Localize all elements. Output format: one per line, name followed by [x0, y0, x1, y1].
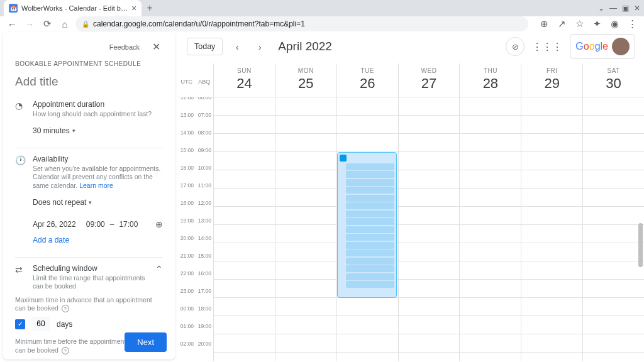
time-label: 17:00	[178, 182, 196, 200]
lock-icon: 🔒	[82, 21, 89, 28]
reload-icon[interactable]: ⟳	[40, 17, 54, 31]
time-label: 11:00	[196, 182, 213, 200]
time-label: 19:00	[196, 323, 213, 341]
day-header[interactable]: MON25	[275, 63, 336, 97]
back-icon[interactable]: ←	[5, 17, 19, 31]
appointment-block[interactable]	[337, 152, 397, 298]
time-label: 00:00	[178, 305, 196, 323]
time-label: 08:00	[196, 129, 213, 147]
next-button[interactable]: Next	[125, 332, 167, 352]
menu-icon[interactable]: ⋮	[625, 17, 639, 31]
day-header[interactable]: WED27	[398, 63, 460, 97]
new-tab-button[interactable]: +	[142, 0, 158, 16]
day-header[interactable]: THU28	[459, 63, 521, 97]
star-icon[interactable]: ☆	[572, 17, 586, 31]
time-label: 14:00	[178, 129, 196, 147]
repeat-dropdown[interactable]: Does not repeat ▾	[33, 195, 92, 209]
time-label: 18:00	[178, 200, 196, 217]
share-icon[interactable]: ↗	[555, 17, 569, 31]
scrollbar[interactable]	[638, 223, 643, 267]
close-tab-icon[interactable]: ×	[131, 3, 136, 13]
day-column[interactable]	[582, 97, 644, 361]
calendar-favicon: 📅	[9, 4, 18, 13]
close-window-icon[interactable]: ✕	[634, 4, 640, 13]
time-label: 12:00	[178, 97, 196, 112]
title-input[interactable]	[15, 75, 163, 91]
browser-tab[interactable]: 📅 WolberWorks - Calendar - Edit b… ×	[4, 0, 142, 16]
tz-utc: UTC	[181, 79, 193, 97]
day-header[interactable]: SUN24	[213, 63, 275, 97]
maximize-icon[interactable]: ▣	[622, 4, 629, 13]
extensions-icon[interactable]: ✦	[590, 17, 604, 31]
day-column[interactable]	[398, 97, 460, 361]
day-header[interactable]: SAT30	[582, 63, 644, 97]
scheduling-title: Scheduling window	[33, 264, 149, 273]
time-label: 10:00	[196, 165, 213, 182]
date-field[interactable]: Apr 26, 2022	[33, 220, 76, 229]
forward-icon[interactable]: →	[23, 17, 36, 31]
duration-dropdown[interactable]: 30 minutes ▾	[33, 124, 75, 138]
end-time-field[interactable]: 17:00	[119, 220, 138, 229]
clock-icon: 🕐	[15, 155, 26, 253]
today-button[interactable]: Today	[187, 38, 223, 55]
apps-icon[interactable]: ⋮⋮⋮	[532, 41, 562, 53]
time-label: 20:00	[178, 235, 196, 253]
next-week-icon[interactable]: ›	[252, 38, 268, 55]
home-icon[interactable]: ⌂	[58, 17, 72, 31]
time-label: 01:00	[178, 323, 196, 341]
time-label: 21:00	[178, 253, 196, 270]
month-label: April 2022	[278, 40, 332, 53]
google-logo[interactable]: Google	[570, 34, 635, 59]
scheduling-subtitle: Limit the time range that appointments c…	[33, 274, 149, 291]
time-label: 13:00	[178, 112, 196, 129]
availability-title: Availability	[33, 155, 163, 163]
time-label: 22:00	[178, 270, 196, 288]
time-label: 23:00	[178, 288, 196, 305]
availability-subtitle: Set when you're available for appointmen…	[33, 165, 163, 190]
day-column[interactable]	[459, 97, 521, 361]
time-label: 12:00	[196, 200, 213, 217]
profile-icon[interactable]: ◉	[608, 17, 621, 31]
add-date-link[interactable]: Add a date	[33, 236, 163, 244]
day-column[interactable]	[213, 97, 275, 361]
tasks-icon[interactable]: ⊘	[506, 37, 525, 56]
learn-more-link[interactable]: Learn more	[79, 182, 113, 189]
zoom-icon[interactable]: ⊕	[537, 17, 551, 31]
day-column[interactable]	[275, 97, 336, 361]
prev-week-icon[interactable]: ‹	[229, 38, 245, 55]
time-label: 13:00	[196, 217, 213, 235]
help-icon[interactable]: ?	[62, 305, 69, 312]
chevron-down-icon: ▾	[72, 128, 75, 134]
max-checkbox[interactable]: ✓	[15, 319, 25, 329]
min-hours-input[interactable]	[31, 358, 50, 359]
days-unit: days	[57, 320, 72, 329]
chevron-down-icon: ▾	[89, 199, 92, 206]
time-label: 06:00	[196, 97, 213, 112]
tab-title: WolberWorks - Calendar - Edit b…	[21, 4, 128, 12]
chevron-down-icon[interactable]: ⌄	[598, 4, 604, 13]
time-label: 02:00	[178, 341, 196, 358]
time-label: 16:00	[178, 165, 196, 182]
max-days-input[interactable]	[31, 317, 50, 331]
time-label: 20:00	[196, 341, 213, 358]
day-header[interactable]: FRI29	[521, 63, 582, 97]
avatar[interactable]	[612, 38, 630, 55]
start-time-field[interactable]: 09:00	[86, 220, 105, 229]
time-label: 09:00	[196, 147, 213, 165]
help-icon[interactable]: ?	[62, 347, 69, 354]
add-time-icon[interactable]: ⊕	[155, 219, 163, 229]
url-text: calendar.google.com/calendar/u/0/r/appoi…	[93, 19, 305, 28]
duration-subtitle: How long should each appointment last?	[33, 110, 163, 119]
close-panel-icon[interactable]: ✕	[150, 40, 163, 54]
time-label: 19:00	[178, 217, 196, 235]
time-label: 07:00	[196, 112, 213, 129]
collapse-icon[interactable]: ⌃	[155, 264, 163, 274]
feedback-button[interactable]: Feedback	[104, 41, 145, 53]
day-column[interactable]	[521, 97, 582, 361]
appointment-panel: Feedback ✕ BOOKABLE APPOINTMENT SCHEDULE…	[3, 32, 175, 359]
minimize-icon[interactable]: —	[609, 4, 617, 13]
duration-icon: ◔	[15, 100, 26, 144]
max-advance-text: Maximum time in advance that an appointm…	[15, 296, 163, 313]
tz-local: ABQ	[198, 79, 210, 97]
day-header[interactable]: TUE26	[336, 63, 398, 97]
